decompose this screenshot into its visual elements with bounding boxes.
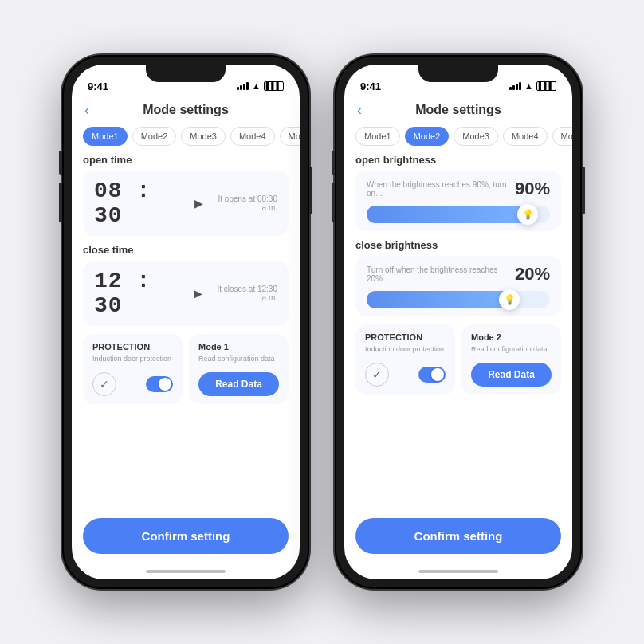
protection-card-bottom-2: ✓ — [365, 363, 446, 387]
read-data-button-1[interactable]: Read Data — [198, 372, 279, 396]
mode-tabs-2: Mode1 Mode2 Mode3 Mode4 Mode5 — [344, 124, 572, 154]
close-brightness-header: Turn off when the brightness reaches 20%… — [367, 264, 550, 285]
open-brightness-slider[interactable]: 💡 — [367, 206, 550, 223]
protection-toggle-1[interactable] — [146, 376, 173, 392]
close-time-label: close time — [83, 244, 289, 256]
wifi-icon-2: ▲ — [524, 81, 533, 91]
tab-mode2-2[interactable]: Mode2 — [405, 127, 450, 146]
power-button[interactable] — [309, 167, 312, 214]
power-button-2[interactable] — [582, 167, 585, 214]
shield-icon-1: ✓ — [92, 372, 116, 396]
battery-icon-2: ▌▌▌ — [536, 81, 556, 91]
status-time-2: 9:41 — [360, 80, 381, 92]
protection-desc-2: Induction door protection — [365, 345, 446, 355]
tab-mode3-1[interactable]: Mode3 — [181, 127, 226, 146]
page-title-2: Mode settings — [415, 103, 501, 117]
protection-card-2: PROTECTION Induction door protection ✓ — [355, 324, 455, 395]
signal-icon-1 — [237, 82, 249, 90]
bottom-cards-2: PROTECTION Induction door protection ✓ M… — [355, 324, 561, 395]
close-brightness-value: 20% — [515, 264, 550, 285]
phone-1: 9:41 ▲ ▌▌▌ ‹ Mode settings Mode1 Mode2 M… — [62, 55, 309, 589]
open-brightness-thumb: 💡 — [517, 204, 538, 225]
tab-mode1-1[interactable]: Mode1 — [83, 127, 128, 146]
open-time-display-wrap: 08 : 30 ▶ — [94, 179, 203, 228]
bulb-icon-close: 💡 — [504, 294, 516, 305]
back-button-1[interactable]: ‹ — [84, 102, 89, 119]
vol-up-button[interactable] — [59, 151, 62, 175]
home-indicator-2 — [418, 570, 498, 573]
close-brightness-card: Turn off when the brightness reaches 20%… — [355, 256, 561, 316]
status-icons-2: ▲ ▌▌▌ — [509, 81, 556, 91]
read-data-button-2[interactable]: Read Data — [471, 363, 552, 387]
notch-2 — [418, 65, 498, 82]
wifi-icon-1: ▲ — [252, 81, 261, 91]
open-brightness-header: When the brightness reaches 90%, turn on… — [367, 179, 550, 199]
vol-up-button-2[interactable] — [332, 151, 335, 175]
mode-card-desc-2: Read configuration data — [471, 345, 552, 355]
confirm-button-2[interactable]: Confirm setting — [355, 518, 561, 554]
close-time-value: 12 : 30 — [94, 269, 189, 318]
close-time-arrow: ▶ — [194, 287, 202, 300]
confirm-button-1[interactable]: Confirm setting — [83, 518, 289, 554]
vol-down-button[interactable] — [59, 183, 62, 222]
close-time-display-wrap: 12 : 30 ▶ — [94, 269, 202, 318]
close-brightness-slider[interactable]: 💡 — [367, 291, 550, 308]
close-brightness-thumb: 💡 — [499, 289, 520, 310]
tab-mode4-1[interactable]: Mode4 — [230, 127, 275, 146]
protection-title-2: PROTECTION — [365, 332, 446, 342]
close-brightness-fill: 💡 — [367, 291, 513, 308]
open-time-label: open time — [83, 154, 289, 166]
tab-mode4-2[interactable]: Mode4 — [503, 127, 548, 146]
close-brightness-desc: Turn off when the brightness reaches 20% — [367, 265, 509, 283]
mode-tabs-1: Mode1 Mode2 Mode3 Mode4 Mode5 — [72, 124, 300, 154]
signal-icon-2 — [509, 82, 521, 90]
protection-card-1: PROTECTION Induction door protection ✓ — [83, 334, 183, 404]
back-button-2[interactable]: ‹ — [357, 102, 362, 119]
header-2: ‹ Mode settings — [344, 100, 572, 124]
close-time-card[interactable]: 12 : 30 ▶ It closes at 12:30 a.m. — [83, 261, 289, 326]
open-brightness-card: When the brightness reaches 90%, turn on… — [355, 171, 561, 231]
open-time-arrow: ▶ — [194, 197, 203, 210]
mode-card-desc-1: Read configuration data — [198, 355, 279, 364]
battery-icon-1: ▌▌▌ — [264, 81, 284, 91]
bulb-icon-open: 💡 — [522, 209, 534, 220]
toggle-thumb-2 — [431, 368, 444, 381]
phone-2: 9:41 ▲ ▌▌▌ ‹ Mode settings Mode1 Mode2 M… — [335, 55, 582, 589]
status-time-1: 9:41 — [88, 80, 108, 92]
open-brightness-desc: When the brightness reaches 90%, turn on… — [367, 180, 509, 198]
tab-mode1-2[interactable]: Mode1 — [355, 127, 400, 146]
phone-screen-2: 9:41 ▲ ▌▌▌ ‹ Mode settings Mode1 Mode2 M… — [344, 65, 572, 579]
open-brightness-value: 90% — [515, 179, 550, 199]
open-time-value: 08 : 30 — [94, 179, 190, 228]
notch-1 — [146, 65, 226, 82]
mode-card-title-2: Mode 2 — [471, 332, 552, 342]
mode-card-title-1: Mode 1 — [198, 342, 279, 351]
open-brightness-fill: 💡 — [367, 206, 532, 223]
protection-desc-1: Induction door protection — [92, 355, 173, 364]
open-time-note: It opens at 08:30 a.m. — [203, 194, 277, 212]
close-brightness-label: close brightness — [355, 239, 561, 251]
protection-toggle-2[interactable] — [418, 367, 446, 383]
status-icons-1: ▲ ▌▌▌ — [237, 81, 284, 91]
header-1: ‹ Mode settings — [72, 100, 300, 124]
open-brightness-label: open brightness — [355, 154, 561, 166]
tab-mode2-1[interactable]: Mode2 — [132, 127, 177, 146]
mode-card-2: Mode 2 Read configuration data Read Data — [461, 324, 561, 395]
toggle-thumb-1 — [159, 378, 171, 391]
content-2: open brightness When the brightness reac… — [344, 154, 572, 518]
open-time-card[interactable]: 08 : 30 ▶ It opens at 08:30 a.m. — [83, 171, 289, 236]
phone-screen-1: 9:41 ▲ ▌▌▌ ‹ Mode settings Mode1 Mode2 M… — [72, 65, 300, 579]
tab-mode3-2[interactable]: Mode3 — [454, 127, 498, 146]
shield-icon-2: ✓ — [365, 363, 389, 387]
content-1: open time 08 : 30 ▶ It opens at 08:30 a.… — [72, 154, 300, 518]
protection-title-1: PROTECTION — [92, 342, 173, 351]
mode-card-1: Mode 1 Read configuration data Read Data — [189, 334, 289, 404]
close-time-note: It closes at 12:30 a.m. — [202, 285, 277, 302]
protection-card-bottom: ✓ — [92, 372, 173, 396]
tab-mode5-2[interactable]: Mode5 — [552, 127, 572, 146]
tab-mode5-1[interactable]: Mode5 — [280, 127, 300, 146]
vol-down-button-2[interactable] — [332, 183, 335, 222]
page-title-1: Mode settings — [143, 103, 229, 117]
home-indicator-1 — [146, 570, 226, 573]
bottom-cards-1: PROTECTION Induction door protection ✓ M… — [83, 334, 289, 404]
